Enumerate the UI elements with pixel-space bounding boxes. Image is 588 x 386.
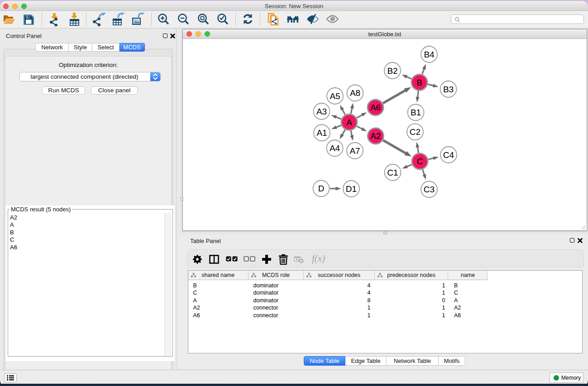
svg-text:A3: A3 [316,107,327,116]
svg-text:A1: A1 [316,128,327,138]
svg-text:D1: D1 [346,184,357,194]
svg-text:A2: A2 [370,131,381,141]
svg-text:A6: A6 [370,103,381,112]
svg-text:C3: C3 [424,185,435,194]
svg-text:A8: A8 [350,88,360,98]
svg-text:A5: A5 [330,91,340,101]
svg-text:B1: B1 [411,108,421,117]
svg-text:A: A [346,118,352,127]
svg-text:B3: B3 [443,85,454,94]
svg-text:A7: A7 [349,146,360,156]
svg-text:B2: B2 [387,66,397,76]
svg-text:B4: B4 [424,50,435,59]
svg-text:B: B [416,78,422,87]
svg-text:C1: C1 [387,168,398,177]
svg-text:A4: A4 [330,143,340,153]
svg-text:D: D [318,184,325,193]
svg-text:C4: C4 [443,150,454,160]
svg-text:C2: C2 [410,127,421,137]
svg-text:C: C [417,157,423,166]
